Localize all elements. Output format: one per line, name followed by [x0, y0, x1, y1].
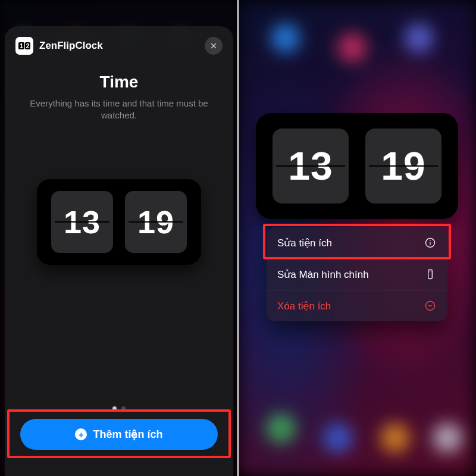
app-icon: 12: [15, 37, 33, 55]
flip-clock: 13 19: [256, 113, 458, 219]
close-icon: [210, 42, 217, 49]
left-panel: 12 ZenFlipClock Time Everything has its …: [0, 0, 238, 476]
app-icon-digit: 2: [25, 42, 31, 49]
page-dot: [112, 406, 117, 411]
plus-circle-icon: +: [75, 428, 87, 440]
flip-hours: 13: [51, 191, 113, 253]
context-menu: Sửa tiện ích Sửa Màn hình chính Xóa tiện…: [267, 227, 447, 321]
page-indicator[interactable]: [5, 406, 233, 411]
widget-title: Time: [15, 73, 223, 92]
placed-widget[interactable]: 13 19: [256, 113, 458, 219]
panel-divider: [237, 0, 239, 476]
svg-point-4: [429, 271, 430, 272]
minus-circle-icon: [424, 299, 437, 312]
context-menu-label: Xóa tiện ích: [277, 300, 331, 312]
flip-hours: 13: [273, 129, 349, 203]
screenshot-stage: 12 ZenFlipClock Time Everything has its …: [0, 0, 476, 476]
add-widget-button[interactable]: + Thêm tiện ích: [20, 419, 218, 450]
info-icon: [424, 236, 437, 249]
widget-preview[interactable]: 13 19: [37, 179, 201, 265]
close-button[interactable]: [205, 37, 223, 55]
svg-point-2: [430, 240, 430, 241]
right-panel: 13 19 Sửa tiện ích Sửa Màn hình chính Xó…: [238, 0, 476, 476]
flip-minutes: 19: [365, 129, 441, 203]
context-menu-label: Sửa tiện ích: [277, 237, 332, 249]
widget-subtitle: Everything has its time and that time mu…: [15, 98, 223, 122]
phone-rect-icon: [424, 268, 437, 281]
context-menu-label: Sửa Màn hình chính: [277, 268, 369, 281]
context-menu-item-edit-home[interactable]: Sửa Màn hình chính: [267, 258, 447, 290]
context-menu-item-remove-widget[interactable]: Xóa tiện ích: [267, 290, 447, 321]
widget-gallery-sheet: 12 ZenFlipClock Time Everything has its …: [5, 26, 233, 476]
page-dot: [121, 406, 126, 411]
app-icon-digit: 1: [18, 42, 24, 49]
svg-rect-3: [428, 270, 433, 279]
flip-clock: 13 19: [37, 179, 201, 265]
app-name-label: ZenFlipClock: [39, 40, 103, 52]
add-widget-label: Thêm tiện ích: [93, 428, 162, 441]
context-menu-item-edit-widget[interactable]: Sửa tiện ích: [267, 227, 447, 258]
sheet-header: 12 ZenFlipClock: [15, 36, 223, 56]
flip-minutes: 19: [125, 191, 187, 253]
svg-point-5: [431, 271, 431, 272]
